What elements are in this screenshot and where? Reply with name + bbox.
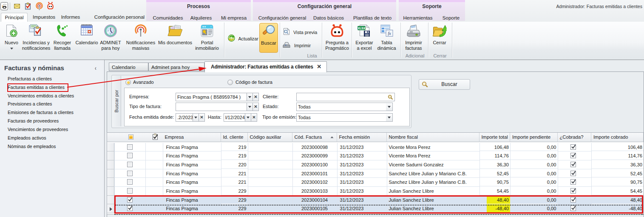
- svg-text:fx: fx: [388, 31, 391, 36]
- svg-text:XLSX: XLSX: [357, 27, 366, 30]
